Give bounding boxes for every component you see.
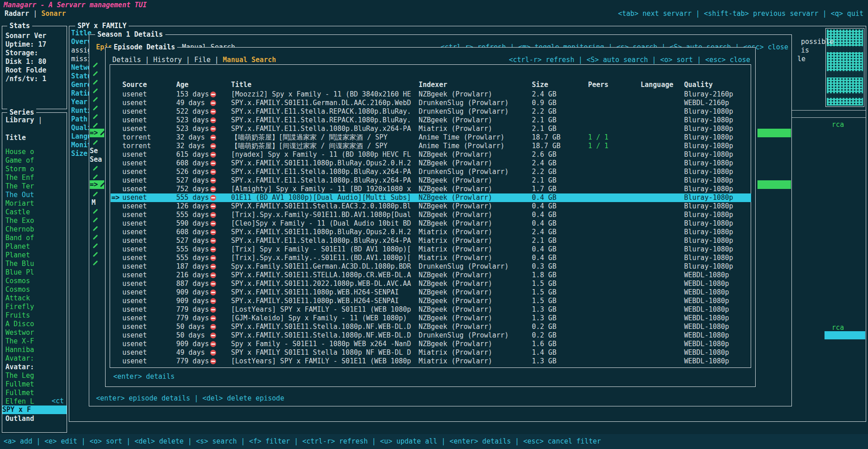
- release-row[interactable]: usenet527 daysSPY.x.FAMILY.E11.Stella.10…: [111, 176, 751, 185]
- release-row[interactable]: usenet49 daysSPY.x.FAMILY.S01E11.German.…: [111, 99, 751, 107]
- release-row[interactable]: usenet909 daysSPY.x.FAMILY.S01E11.1080p.…: [111, 288, 751, 297]
- release-row[interactable]: usenet887 daysSPY.x.FAMILY.S01E11.2022.1…: [111, 280, 751, 288]
- release-row[interactable]: usenet523 daysSPY.x.FAMILY.E11.Stella.10…: [111, 125, 751, 133]
- release-age: 555 days: [176, 245, 210, 254]
- sidebar-item[interactable]: The Enf: [5, 174, 34, 182]
- release-title: SPY.x.FAMILY.S01E11.1080p.WEB.H264-SENPA…: [231, 288, 415, 297]
- release-row[interactable]: =>usenet555 days01E11 (BD AV1 1080p)[Dua…: [111, 193, 751, 202]
- release-row[interactable]: usenet615 days[nyadex] Spy x Family - 11…: [111, 150, 751, 159]
- sidebar-item[interactable]: Castle: [5, 208, 30, 217]
- sidebar-item[interactable]: Cosmos: [5, 277, 30, 285]
- release-row[interactable]: usenet50 daysSPY.x.FAMILY.S01E11.Stella.…: [111, 323, 751, 331]
- sidebar-item[interactable]: Westwor: [5, 328, 34, 337]
- panel-border-fragment: [792, 117, 866, 118]
- release-quality: WEBDL-1080p: [684, 357, 750, 366]
- release-quality: Bluray-1080p: [684, 185, 750, 193]
- release-source: usenet: [122, 340, 174, 348]
- release-title: [LostYears] SPY x FAMILY - S01E11 (WEB 1…: [231, 357, 415, 366]
- sidebar-item[interactable]: Outland: [5, 415, 34, 423]
- release-row[interactable]: usenet779 days[LostYears] SPY x FAMILY -…: [111, 357, 751, 366]
- column-header: Source: [122, 81, 147, 89]
- sidebar-item[interactable]: The Out: [5, 191, 34, 199]
- sidebar-item[interactable]: Firefly: [5, 303, 34, 311]
- release-row[interactable]: usenet153 days[Moozzi2] Spy x Family - 1…: [111, 90, 751, 99]
- sidebar-item[interactable]: Hanniba: [5, 346, 34, 354]
- release-indexer: NZBgeek (Prowlarr): [419, 150, 530, 159]
- release-row[interactable]: usenet608 daysSPY.x.FAMILY.S01E11.1080p.…: [111, 159, 751, 168]
- release-row[interactable]: usenet126 daysSPY.X.FAMILY.S01E11.Stella…: [111, 202, 751, 211]
- release-row[interactable]: torrent32 days【喵萌奶茶屋】[間諜過家家 / 間諜家家酒 / SP…: [111, 133, 751, 142]
- sidebar-item[interactable]: The Blu: [5, 260, 34, 268]
- sidebar-item[interactable]: Fullmet: [5, 380, 34, 389]
- release-row[interactable]: torrent32 days【喵萌奶茶屋】[间谍过家家 / 间谍家家酒 / SP…: [111, 142, 751, 150]
- release-language: [641, 340, 681, 348]
- release-row[interactable]: usenet523 daysSPY.x.FAMILY.E11.Stella.RE…: [111, 116, 751, 125]
- release-row[interactable]: usenet752 days[Almighty] Spy x Family - …: [111, 185, 751, 193]
- release-row[interactable]: usenet522 daysSPY.x.FAMILY.E11.Stella.RE…: [111, 107, 751, 116]
- sidebar-item[interactable]: Planet: [5, 242, 30, 251]
- sidebar-item[interactable]: Attack: [5, 294, 30, 303]
- release-size: 1.5 GB: [532, 280, 582, 288]
- tab-details[interactable]: Details: [112, 56, 141, 64]
- release-row[interactable]: usenet555 days[Trix] Spy x Family - S01E…: [111, 245, 751, 254]
- release-indexer: NZBgeek (Prowlarr): [419, 193, 530, 202]
- release-row[interactable]: usenet49 daysSPY x FAMILY S01E11 Stella …: [111, 348, 751, 357]
- sidebar-item[interactable]: Band of: [5, 234, 34, 242]
- sidebar-item[interactable]: Cosmos: [5, 285, 30, 294]
- release-row[interactable]: usenet909 daysSpy x Family - S01E11 - 10…: [111, 340, 751, 348]
- sidebar-item[interactable]: Moriart: [5, 199, 34, 208]
- nav-tab-radarr[interactable]: Radarr: [5, 10, 29, 18]
- release-row[interactable]: usenet187 daysSpy.x.Family.S01E11.German…: [111, 262, 751, 271]
- release-row[interactable]: usenet779 days[GJM-Kaleido] Spy x Family…: [111, 314, 751, 323]
- release-indexer: NZBgeek (Prowlarr): [419, 202, 530, 211]
- sidebar-item-selected[interactable]: SPY x F: [2, 406, 67, 414]
- release-row[interactable]: usenet590 days[Cleo]Spy x Family - 11 (D…: [111, 219, 751, 228]
- rejection-icon: [210, 143, 216, 149]
- release-row[interactable]: usenet555 days[Trix].Spy.x.Family-S01E11…: [111, 211, 751, 219]
- sidebar-item[interactable]: A Disco: [5, 320, 34, 328]
- release-quality: Bluray-1080p: [684, 107, 750, 116]
- release-row[interactable]: usenet527 daysSPY.x.FAMILY.E11.Stella.10…: [111, 237, 751, 245]
- season-bottom-help: <enter> episode details | <del> delete e…: [96, 394, 284, 403]
- release-row[interactable]: usenet526 daysSPY.x.FAMILY.E11.Stella.10…: [111, 168, 751, 176]
- release-row[interactable]: usenet555 days[Trix].Spy.x.Family.-.S01E…: [111, 254, 751, 262]
- sidebar-item[interactable]: Avatar:: [5, 363, 34, 372]
- sidebar-item[interactable]: The Ter: [5, 182, 34, 191]
- release-row[interactable]: usenet608 daysSPY.x.FAMILY.S01E11.1080p.…: [111, 228, 751, 237]
- nav-separator: |: [29, 10, 41, 18]
- tab-separator: |: [211, 56, 223, 64]
- sidebar-item[interactable]: Game of: [5, 156, 34, 165]
- release-size: 0.4 GB: [532, 202, 582, 211]
- release-peers: [588, 245, 636, 254]
- tab-manual-search[interactable]: Manual Search: [223, 56, 276, 64]
- release-source: usenet: [122, 99, 174, 107]
- column-header: Indexer: [419, 81, 447, 89]
- release-indexer: NZBgeek (Prowlarr): [419, 305, 530, 314]
- sidebar-item[interactable]: Planet: [5, 251, 30, 260]
- release-row[interactable]: usenet779 days[LostYears] SPY x FAMILY -…: [111, 305, 751, 314]
- sidebar-item[interactable]: House o: [5, 148, 34, 156]
- tab-library[interactable]: Library: [5, 116, 34, 124]
- release-indexer: NZBgeek (Prowlarr): [419, 323, 530, 331]
- release-language: [641, 116, 681, 125]
- sidebar-item[interactable]: Storm o: [5, 165, 34, 174]
- release-size: 2.1 GB: [532, 125, 582, 133]
- sidebar-item[interactable]: The Exo: [5, 217, 34, 225]
- nav-tab-sonarr[interactable]: Sonarr: [41, 10, 66, 18]
- release-age: 32 days: [176, 133, 210, 142]
- sidebar-item[interactable]: Fruits: [5, 311, 30, 320]
- sidebar-item[interactable]: Chernob: [5, 225, 34, 234]
- sidebar-item[interactable]: Elfen L: [5, 397, 34, 406]
- release-language: [641, 168, 681, 176]
- release-row[interactable]: usenet909 daysSPY.x.FAMILY.S01E11.1080p.…: [111, 297, 751, 305]
- sidebar-item[interactable]: Fullmet: [5, 389, 34, 397]
- sidebar-item[interactable]: Blue Pl: [5, 268, 34, 277]
- release-size: 2.4 GB: [532, 159, 582, 168]
- sidebar-item[interactable]: The X-F: [5, 337, 34, 346]
- sidebar-item[interactable]: Avatar:: [5, 354, 34, 363]
- release-row[interactable]: usenet50 daysSPY.x.FAMILY.S01E11.Stella.…: [111, 331, 751, 340]
- tab-file[interactable]: File: [194, 56, 211, 64]
- tab-history[interactable]: History: [153, 56, 182, 64]
- release-row[interactable]: usenet216 daysSPY.x.FAMILY.S01E11.STELLA…: [111, 271, 751, 280]
- sidebar-item[interactable]: The Leg: [5, 372, 34, 380]
